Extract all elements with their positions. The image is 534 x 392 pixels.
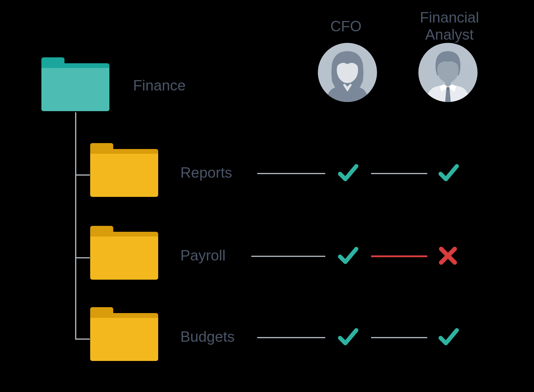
folder-label-finance: Finance — [133, 77, 186, 94]
folder-icon-budgets — [90, 306, 158, 363]
cross-icon-payroll-analyst — [438, 245, 458, 267]
check-icon-budgets-analyst — [438, 327, 460, 349]
avatar-cfo — [318, 43, 377, 103]
avatar-analyst — [418, 43, 478, 103]
tree-branch-1 — [75, 174, 90, 176]
check-icon-payroll-cfo — [337, 245, 359, 267]
connector-payroll-analyst — [371, 255, 427, 257]
folder-icon-finance — [41, 56, 109, 114]
role-label-analyst: Financial Analyst — [405, 9, 494, 43]
svg-rect-6 — [445, 81, 451, 86]
check-icon-reports-analyst — [438, 163, 460, 184]
role-label-cfo: CFO — [313, 18, 378, 35]
permissions-diagram: Finance CFO Financial Analyst — [0, 0, 534, 392]
tree-branch-2 — [75, 257, 90, 258]
folder-label-payroll: Payroll — [180, 247, 226, 264]
folder-label-reports: Reports — [180, 164, 232, 181]
connector-reports-analyst — [371, 173, 427, 174]
connector-payroll-cfo — [251, 256, 325, 257]
connector-budgets-analyst — [371, 337, 427, 338]
check-icon-reports-cfo — [337, 163, 359, 184]
folder-icon-payroll — [90, 225, 158, 282]
connector-budgets-cfo — [257, 337, 325, 338]
check-icon-budgets-cfo — [337, 327, 359, 349]
connector-reports-cfo — [257, 173, 325, 174]
folder-label-budgets: Budgets — [180, 328, 234, 345]
folder-icon-reports — [90, 142, 158, 199]
tree-trunk — [75, 112, 76, 338]
tree-branch-3 — [75, 338, 90, 340]
